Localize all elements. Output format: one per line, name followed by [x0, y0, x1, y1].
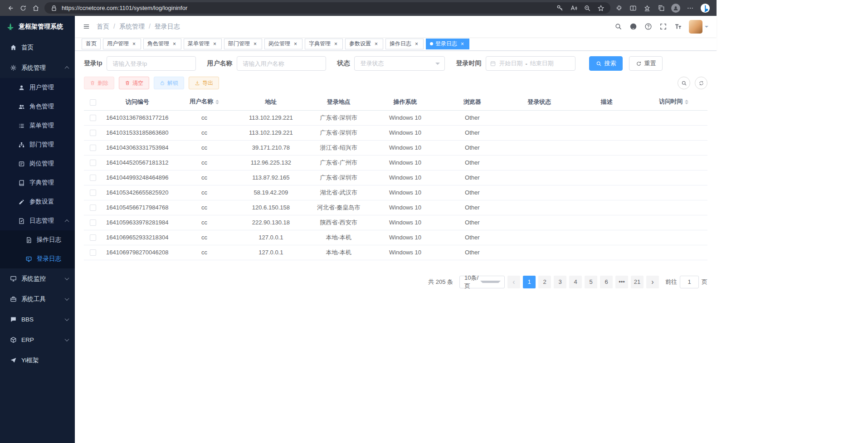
tab-close-icon[interactable]: [293, 41, 298, 47]
browser-back-icon[interactable]: [6, 4, 15, 12]
header-search-icon[interactable]: [614, 23, 622, 31]
sidebar-item[interactable]: 字典管理: [0, 173, 75, 192]
row-checkbox[interactable]: [90, 219, 96, 226]
browser-profile-avatar[interactable]: [671, 4, 680, 13]
page-number-button[interactable]: 6: [600, 276, 613, 288]
font-size-icon[interactable]: [674, 23, 682, 31]
page-number-button[interactable]: 2: [538, 276, 551, 288]
sidebar-item[interactable]: Yi框架: [0, 350, 75, 370]
login-ip-input[interactable]: [107, 56, 196, 71]
row-checkbox[interactable]: [90, 160, 96, 166]
favorites-star-icon[interactable]: [597, 4, 605, 12]
row-checkbox[interactable]: [90, 115, 96, 121]
password-key-icon[interactable]: [556, 4, 564, 12]
prev-page-button[interactable]: [507, 276, 520, 288]
delete-button[interactable]: 删除: [84, 77, 114, 89]
page-number-button[interactable]: 21: [631, 276, 644, 288]
sidebar-item[interactable]: 登录日志: [0, 249, 75, 268]
row-checkbox[interactable]: [90, 249, 96, 256]
page-number-button[interactable]: •••: [615, 276, 628, 288]
user-avatar[interactable]: [689, 20, 702, 34]
read-aloud-icon[interactable]: [570, 4, 578, 12]
copilot-bing-icon[interactable]: [700, 3, 710, 13]
tab-close-icon[interactable]: [373, 41, 379, 47]
date-range-picker[interactable]: 开始日期 - 结束日期: [486, 56, 575, 71]
sidebar-item[interactable]: 操作日志: [0, 230, 75, 249]
breadcrumb-item[interactable]: 系统管理: [119, 23, 155, 31]
split-screen-icon[interactable]: [629, 4, 637, 12]
sidebar-item[interactable]: 参数设置: [0, 192, 75, 211]
help-question-icon[interactable]: [644, 23, 652, 31]
tab-close-icon[interactable]: [333, 41, 339, 47]
url-text[interactable]: https://ccnetcore.com:1101/system/log/lo…: [62, 5, 552, 11]
tab[interactable]: 部门管理: [224, 39, 262, 49]
tab[interactable]: 首页: [82, 39, 101, 49]
page-number-button[interactable]: 1: [523, 276, 536, 288]
sidebar-item[interactable]: 角色管理: [0, 97, 75, 116]
status-select[interactable]: 登录状态: [354, 56, 445, 71]
sidebar-item[interactable]: 菜单管理: [0, 116, 75, 135]
row-checkbox[interactable]: [90, 130, 96, 136]
tab[interactable]: 岗位管理: [264, 39, 302, 49]
browser-refresh-icon[interactable]: [19, 4, 27, 12]
export-button[interactable]: 导出: [189, 77, 219, 89]
row-checkbox[interactable]: [90, 145, 96, 151]
tab[interactable]: 用户管理: [103, 39, 141, 49]
site-info-lock-icon[interactable]: [50, 4, 58, 12]
favorites-bar-icon[interactable]: [643, 4, 651, 12]
address-bar[interactable]: https://ccnetcore.com:1101/system/log/lo…: [44, 2, 610, 14]
sort-carets-icon[interactable]: [685, 98, 688, 106]
sidebar-item[interactable]: BBS: [0, 309, 75, 330]
tab[interactable]: 参数设置: [345, 39, 383, 49]
user-avatar-menu[interactable]: [689, 20, 708, 34]
tab[interactable]: 角色管理: [143, 39, 181, 49]
github-icon[interactable]: [629, 23, 637, 31]
sidebar-item[interactable]: 系统工具: [0, 289, 75, 309]
page-number-button[interactable]: 4: [569, 276, 582, 288]
zoom-icon[interactable]: [583, 4, 591, 12]
sidebar-item[interactable]: 部门管理: [0, 135, 75, 154]
tab-close-icon[interactable]: [131, 41, 137, 47]
breadcrumb-item[interactable]: 登录日志: [155, 23, 180, 31]
clear-button[interactable]: 清空: [119, 77, 149, 89]
tab-close-icon[interactable]: [459, 41, 465, 47]
refresh-table-button[interactable]: [695, 77, 707, 89]
toggle-search-button[interactable]: [678, 77, 690, 89]
tab[interactable]: 登录日志: [426, 39, 469, 49]
sidebar-item[interactable]: ERP: [0, 330, 75, 350]
sort-carets-icon[interactable]: [215, 98, 219, 106]
sidebar-item[interactable]: 岗位管理: [0, 154, 75, 173]
select-all-checkbox[interactable]: [90, 99, 96, 106]
browser-settings-ellipsis-icon[interactable]: [686, 4, 694, 12]
browser-home-icon[interactable]: [32, 4, 40, 12]
username-input[interactable]: [237, 56, 326, 71]
tab-close-icon[interactable]: [252, 41, 258, 47]
sidebar-item[interactable]: 系统监控: [0, 268, 75, 289]
unlock-button[interactable]: 解锁: [154, 77, 184, 89]
sidebar-item[interactable]: 首页: [0, 37, 75, 58]
reset-button[interactable]: 重置: [629, 56, 663, 71]
row-checkbox[interactable]: [90, 190, 96, 196]
tab[interactable]: 字典管理: [305, 39, 343, 49]
tab[interactable]: 菜单管理: [184, 39, 222, 49]
breadcrumb-item[interactable]: 首页: [97, 23, 119, 31]
collections-icon[interactable]: [657, 4, 665, 12]
page-number-button[interactable]: 3: [554, 276, 566, 288]
hamburger-icon[interactable]: [82, 23, 90, 31]
row-checkbox[interactable]: [90, 175, 96, 181]
tab-close-icon[interactable]: [212, 41, 218, 47]
row-checkbox[interactable]: [90, 204, 96, 211]
app-logo[interactable]: 意框架管理系统: [0, 16, 75, 37]
sidebar-item[interactable]: 用户管理: [0, 78, 75, 97]
page-number-button[interactable]: 5: [585, 276, 597, 288]
extensions-icon[interactable]: [615, 4, 623, 12]
goto-page-input[interactable]: [680, 276, 699, 288]
row-checkbox[interactable]: [90, 234, 96, 241]
page-size-select[interactable]: 10条/页: [459, 276, 505, 288]
next-page-button[interactable]: [646, 276, 659, 288]
tab-close-icon[interactable]: [171, 41, 177, 47]
search-button[interactable]: 搜索: [589, 56, 623, 71]
sidebar-item[interactable]: 日志管理: [0, 211, 75, 230]
tab-close-icon[interactable]: [414, 41, 419, 47]
tab[interactable]: 操作日志: [385, 39, 424, 49]
